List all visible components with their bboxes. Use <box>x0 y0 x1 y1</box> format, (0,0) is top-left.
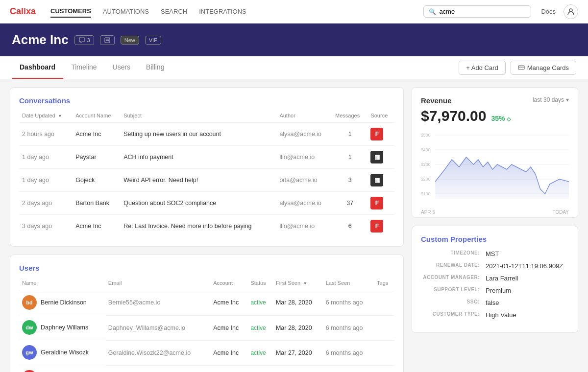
nav-customers[interactable]: CUSTOMERS <box>50 5 91 18</box>
tab-users[interactable]: Users <box>105 56 139 79</box>
navbar: Calixa CUSTOMERS AUTOMATIONS SEARCH INTE… <box>0 0 588 23</box>
revenue-amount-row: $7,970.00 35% ◇ <box>421 105 569 124</box>
company-name: Acme Inc <box>12 32 69 47</box>
conversations-title: Conversations <box>19 96 394 105</box>
conv-subject: Weird API error. Need help! <box>121 169 276 192</box>
search-input[interactable] <box>439 8 526 15</box>
user-tags <box>374 290 394 316</box>
user-status: active <box>247 340 273 365</box>
user-tags <box>374 365 394 372</box>
col-date-updated: Date Updated ▼ <box>19 111 73 123</box>
sort-icon-users: ▼ <box>303 281 307 286</box>
col-author: Author <box>276 111 332 123</box>
revenue-period[interactable]: last 30 days ▾ <box>533 96 569 103</box>
user-row[interactable]: bd Bernie Dickinson Bernie55@acme.io Acm… <box>19 290 394 316</box>
tab-timeline[interactable]: Timeline <box>63 56 104 79</box>
svg-rect-4 <box>518 66 524 70</box>
conversation-row[interactable]: 1 day ago Paystar ACH info payment llin@… <box>19 146 394 169</box>
left-panel: Conversations Date Updated ▼ Account Nam… <box>10 87 404 372</box>
chat-badge[interactable]: 3 <box>74 35 94 45</box>
user-row[interactable]: gw Geraldine Wisozk Geraldine.Wisozk22@a… <box>19 340 394 365</box>
manage-cards-button[interactable]: Manage Cards <box>511 61 576 75</box>
add-card-button[interactable]: + Add Card <box>459 61 505 75</box>
chevron-down-icon: ▾ <box>566 96 569 103</box>
nav-right: Docs <box>541 4 578 19</box>
conv-subject: ACH info payment <box>121 146 276 169</box>
col-email: Email <box>105 278 210 290</box>
main-content: Conversations Date Updated ▼ Account Nam… <box>0 79 588 372</box>
revenue-amount: $7,970.00 <box>421 108 486 124</box>
conv-subject: Question about SOC2 compliance <box>121 192 276 215</box>
conv-account: Acme Inc <box>73 215 121 238</box>
tab-dashboard[interactable]: Dashboard <box>12 56 63 79</box>
user-last-seen: 6 months ago <box>323 365 374 372</box>
user-email: Daphney_Willams@acme.io <box>105 315 210 340</box>
nav-integrations[interactable]: INTEGRATIONS <box>199 6 246 17</box>
docs-link[interactable]: Docs <box>541 8 556 15</box>
col-messages: Messages <box>332 111 368 123</box>
conversations-card: Conversations Date Updated ▼ Account Nam… <box>10 87 404 247</box>
conversation-row[interactable]: 2 days ago Barton Bank Question about SO… <box>19 192 394 215</box>
conv-source: ▦ <box>368 169 394 192</box>
svg-text:$500: $500 <box>421 133 431 138</box>
prop-row: TIMEZONE: MST <box>421 250 569 257</box>
user-account: Acme Inc <box>210 365 247 372</box>
user-last-seen: 6 months ago <box>323 290 374 316</box>
prop-key: TIMEZONE: <box>421 250 480 256</box>
conversation-row[interactable]: 2 hours ago Acme Inc Setting up new user… <box>19 123 394 146</box>
conv-date: 1 day ago <box>19 146 73 169</box>
user-status: active <box>247 290 273 316</box>
conv-author: alysa@acme.io <box>276 192 332 215</box>
col-tags: Tags <box>374 278 394 290</box>
conversation-row[interactable]: 3 days ago Acme Inc Re: Last Invoice. Ne… <box>19 215 394 238</box>
prop-key: RENEWAL DATE: <box>421 262 480 268</box>
user-name: gw Geraldine Wisozk <box>19 340 105 365</box>
prop-row: ACCOUNT MANAGER: Lara Farrell <box>421 275 569 282</box>
nav-links: CUSTOMERS AUTOMATIONS SEARCH INTEGRATION… <box>50 5 246 18</box>
prop-key: SUPPORT LEVEL: <box>421 287 480 292</box>
col-source: Source <box>368 111 394 123</box>
revenue-header: Revenue last 30 days ▾ <box>421 96 569 105</box>
search-icon: 🔍 <box>429 8 436 15</box>
note-badge[interactable] <box>100 35 115 45</box>
conversation-row[interactable]: 1 day ago Gojeck Weird API error. Need h… <box>19 169 394 192</box>
user-account: Acme Inc <box>210 290 247 316</box>
prop-key: SSO: <box>421 299 480 304</box>
user-last-seen: 6 months ago <box>323 315 374 340</box>
user-first-seen: Mar 25, 2020 <box>273 365 323 372</box>
conv-author: orla@acme.io <box>276 169 332 192</box>
prop-row: SSO: false <box>421 299 569 306</box>
prop-row: SUPPORT LEVEL: Premium <box>421 287 569 294</box>
tab-billing[interactable]: Billing <box>138 56 172 79</box>
nav-search[interactable]: SEARCH <box>161 6 187 17</box>
prop-value: High Value <box>486 311 516 319</box>
conv-source: F <box>368 215 394 238</box>
prop-key: CUSTOMER TYPE: <box>421 311 480 317</box>
svg-text:$400: $400 <box>421 147 431 152</box>
prop-row: CUSTOMER TYPE: High Value <box>421 311 569 319</box>
user-avatar-circle: ah <box>22 370 37 372</box>
svg-text:$100: $100 <box>421 191 431 196</box>
conv-date: 3 days ago <box>19 215 73 238</box>
user-tags <box>374 340 394 365</box>
user-row[interactable]: ah Ariel Howe Ariel.Howe35@acme.io Acme … <box>19 365 394 372</box>
conv-date: 2 hours ago <box>19 123 73 146</box>
conv-messages: 1 <box>332 146 368 169</box>
prop-value: Lara Farrell <box>486 275 518 282</box>
nav-automations[interactable]: AUTOMATIONS <box>103 6 149 17</box>
prop-value: MST <box>486 250 499 257</box>
col-account: Account <box>210 278 247 290</box>
search-bar: 🔍 <box>423 5 531 18</box>
svg-point-0 <box>569 9 572 12</box>
user-avatar-circle: dw <box>22 320 37 335</box>
conv-account: Acme Inc <box>73 123 121 146</box>
user-avatar[interactable] <box>564 4 578 19</box>
conv-date: 1 day ago <box>19 169 73 192</box>
conv-subject: Setting up new users in our account <box>121 123 276 146</box>
right-panel: Revenue last 30 days ▾ $7,970.00 35% ◇ <box>412 87 578 372</box>
user-row[interactable]: dw Daphney Willams Daphney_Willams@acme.… <box>19 315 394 340</box>
brand-logo[interactable]: Calixa <box>10 6 36 17</box>
col-account-name: Account Name <box>73 111 121 123</box>
user-status: active <box>247 365 273 372</box>
user-name: dw Daphney Willams <box>19 315 105 340</box>
